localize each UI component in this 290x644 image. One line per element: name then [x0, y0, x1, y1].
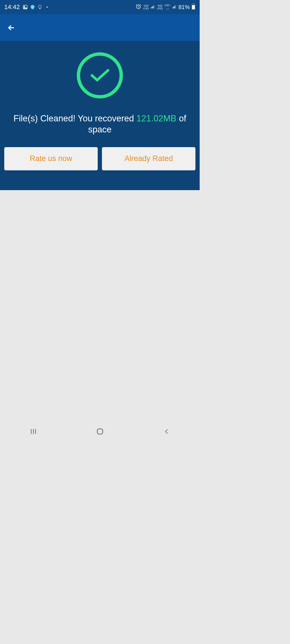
svg-rect-14: [192, 5, 195, 9]
shield-icon: [30, 5, 35, 10]
svg-rect-5: [152, 7, 153, 8]
sim1-signal: Vo)) LTE1: [143, 5, 149, 10]
home-button[interactable]: [86, 424, 114, 439]
back-button[interactable]: [6, 22, 17, 33]
lte-plus-indicator: LTE+ ↓↑: [165, 4, 170, 10]
status-bar: 14:42 •: [0, 0, 200, 14]
navigation-bar: [0, 420, 200, 443]
svg-rect-11: [175, 5, 176, 8]
success-icon-container: [4, 52, 195, 98]
chevron-left-icon: [163, 428, 170, 435]
signal-bars-2-icon: [172, 4, 177, 10]
image-icon: [23, 5, 28, 10]
battery-icon: [191, 3, 195, 11]
battery-percent: 81%: [178, 4, 190, 10]
recovered-size-value: 121.02MB: [137, 113, 176, 123]
status-time: 14:42: [4, 3, 20, 11]
recents-button[interactable]: [19, 424, 48, 439]
svg-rect-7: [154, 5, 154, 8]
alarm-icon: [136, 4, 141, 11]
home-icon: [96, 428, 104, 435]
message-text-1: File(s) Cleaned! You recovered: [13, 113, 136, 123]
result-panel: File(s) Cleaned! You recovered 121.02MB …: [0, 41, 200, 190]
result-message: File(s) Cleaned! You recovered 121.02MB …: [4, 113, 195, 135]
app-header: [0, 14, 200, 41]
status-right-group: Vo)) LTE1 Vo)) LTE2 LTE+ ↓↑: [136, 3, 195, 11]
system-back-button[interactable]: [152, 424, 181, 439]
checkmark-icon: [89, 67, 111, 84]
svg-point-2: [39, 5, 41, 8]
svg-rect-8: [172, 7, 173, 8]
signal-bars-icon: [151, 4, 155, 10]
sim2-signal: Vo)) LTE2: [157, 5, 163, 10]
svg-rect-9: [174, 7, 174, 8]
button-row: Rate us now Already Rated: [4, 147, 195, 170]
rate-us-button[interactable]: Rate us now: [4, 147, 98, 170]
svg-rect-10: [174, 6, 175, 8]
status-notification-icons: •: [23, 5, 48, 10]
already-rated-button[interactable]: Already Rated: [102, 147, 195, 170]
data-arrows-icon: ↓↑: [166, 7, 169, 10]
svg-rect-6: [153, 6, 153, 8]
notification-icon: [37, 5, 42, 10]
success-circle-icon: [77, 52, 123, 98]
svg-point-1: [24, 6, 25, 7]
status-left-group: 14:42 •: [4, 3, 48, 11]
dot-icon: •: [46, 5, 48, 9]
back-arrow-icon: [7, 23, 16, 32]
recents-icon: [30, 428, 37, 435]
svg-rect-18: [97, 429, 103, 434]
svg-rect-4: [151, 7, 152, 8]
